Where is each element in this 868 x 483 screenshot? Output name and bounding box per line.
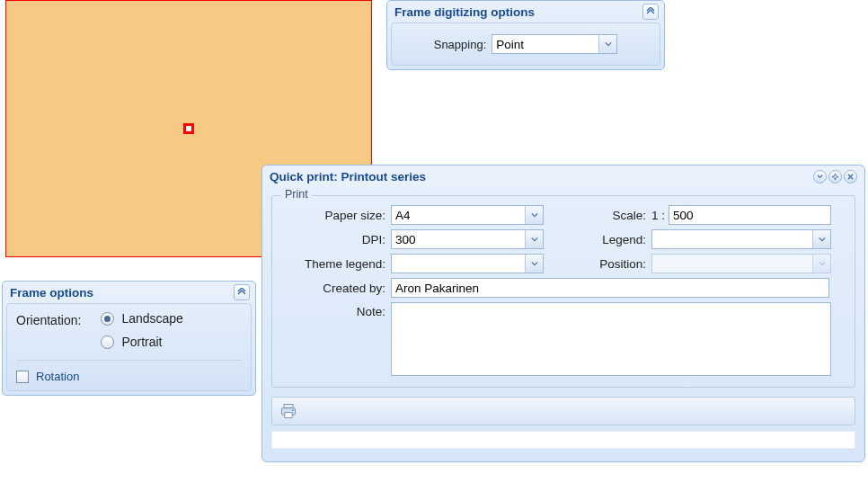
- legend-label: Legend:: [580, 233, 651, 246]
- radio-icon[interactable]: [101, 312, 114, 326]
- dpi-combo[interactable]: [391, 229, 544, 249]
- scale-input[interactable]: [669, 205, 831, 225]
- orientation-portrait-label: Portrait: [121, 335, 162, 349]
- chevron-down-icon[interactable]: [525, 255, 543, 273]
- dpi-input[interactable]: [392, 230, 525, 248]
- scale-label: Scale:: [580, 209, 651, 222]
- snapping-input[interactable]: [492, 35, 598, 53]
- frame-digitizing-panel: Frame digitizing options Snapping:: [386, 0, 665, 70]
- paper-size-input[interactable]: [392, 206, 525, 224]
- note-label: Note:: [283, 302, 391, 318]
- status-bar: [271, 431, 855, 449]
- quickprint-title: Quick print: Printout series: [270, 170, 426, 183]
- orientation-portrait-option[interactable]: Portrait: [101, 335, 183, 349]
- dpi-label: DPI:: [283, 233, 391, 246]
- legend-input[interactable]: [652, 230, 812, 248]
- scale-prefix: 1 :: [651, 209, 665, 222]
- theme-legend-label: Theme legend:: [283, 257, 391, 271]
- chevron-down-icon[interactable]: [598, 35, 616, 53]
- rotation-label: Rotation: [36, 370, 79, 383]
- position-input: [652, 255, 812, 273]
- note-textarea[interactable]: [391, 302, 831, 376]
- orientation-label: Orientation:: [16, 311, 81, 327]
- minimize-button[interactable]: [813, 170, 827, 183]
- chevron-down-icon[interactable]: [812, 230, 830, 248]
- snapping-combo[interactable]: [492, 34, 617, 54]
- chevron-down-icon: [812, 255, 830, 273]
- quickprint-toolbar: [271, 397, 855, 425]
- frame-digitizing-title: Frame digitizing options: [394, 5, 535, 19]
- position-combo: [651, 254, 831, 273]
- printer-icon[interactable]: [279, 402, 297, 420]
- quickprint-panel: Quick print: Printout series Print Paper…: [261, 165, 865, 462]
- position-label: Position:: [580, 257, 651, 271]
- orientation-landscape-option[interactable]: Landscape: [101, 311, 183, 326]
- theme-legend-combo[interactable]: [391, 254, 544, 273]
- paper-size-combo[interactable]: [391, 205, 544, 225]
- orientation-landscape-label: Landscape: [121, 311, 183, 326]
- quickprint-header: Quick print: Printout series: [262, 165, 864, 188]
- frame-digitizing-header: Frame digitizing options: [387, 1, 664, 22]
- close-button[interactable]: [844, 170, 857, 183]
- theme-legend-input[interactable]: [392, 255, 525, 273]
- frame-options-header: Frame options: [3, 282, 255, 303]
- snapping-label: Snapping:: [434, 38, 487, 51]
- svg-point-3: [292, 409, 294, 411]
- collapse-button[interactable]: [642, 4, 659, 20]
- svg-rect-2: [285, 413, 292, 418]
- chevron-down-icon[interactable]: [525, 230, 543, 248]
- pin-button[interactable]: [828, 170, 842, 183]
- paper-size-label: Paper size:: [283, 209, 391, 222]
- svg-rect-0: [284, 405, 293, 408]
- rotation-checkbox[interactable]: [16, 371, 29, 383]
- legend-combo[interactable]: [651, 229, 831, 249]
- frame-options-panel: Frame options Orientation: Landscape Por…: [2, 281, 256, 396]
- collapse-button[interactable]: [234, 284, 250, 300]
- center-marker-icon: [183, 123, 194, 134]
- frame-options-title: Frame options: [10, 286, 93, 300]
- print-fieldset: Print Paper size: Scale: 1 : DPI:: [271, 195, 855, 388]
- created-by-input[interactable]: [391, 278, 829, 298]
- created-by-label: Created by:: [283, 282, 391, 295]
- radio-icon[interactable]: [101, 335, 114, 349]
- chevron-down-icon[interactable]: [525, 206, 543, 224]
- print-legend: Print: [281, 188, 312, 201]
